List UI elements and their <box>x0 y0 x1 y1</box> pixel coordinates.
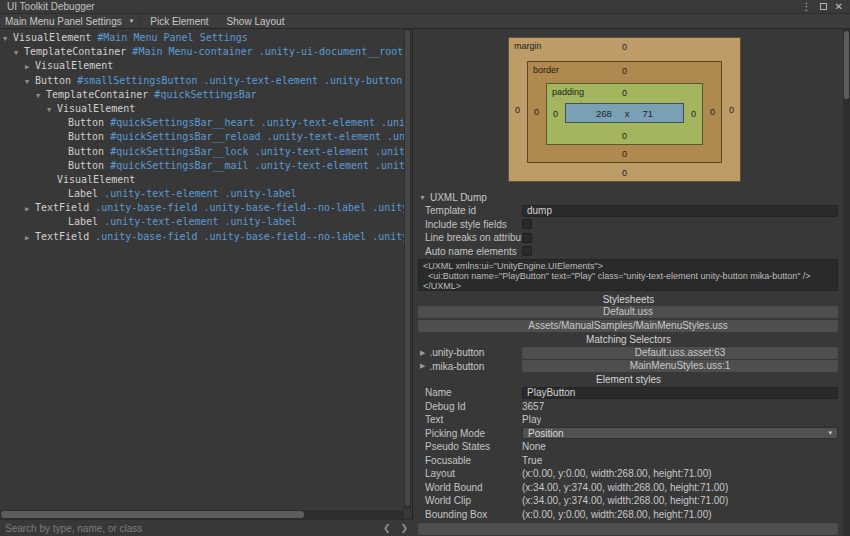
field-label: Auto name elements <box>414 246 522 257</box>
chevron-down-icon: ▾ <box>828 429 832 437</box>
border-left-value: 0 <box>534 107 539 117</box>
tree-row[interactable]: Label.unity-text-element .unity-label <box>0 215 404 229</box>
tree-element-classes: .unity-text-element .unity-button .quick… <box>261 117 404 128</box>
selector-source[interactable]: Default.uss.asset:63 <box>522 347 838 359</box>
style-value: (x:34.00, y:374.00, width:268.00, height… <box>522 482 728 493</box>
selector-source[interactable]: MainMenuStyles.uss:1 <box>522 360 838 372</box>
stylesheet-item[interactable]: Assets/ManualSamples/MainMenuStyles.uss <box>418 320 838 332</box>
line-breaks-on-attributes-checkbox[interactable] <box>522 233 532 243</box>
content-height-value: 71 <box>643 108 654 119</box>
stylesheet-list: Default.ussAssets/ManualSamples/MainMenu… <box>414 306 843 332</box>
search-next-icon[interactable]: ❯ <box>395 523 413 533</box>
tree-element-classes: .unity-ui-document__root <box>259 46 404 57</box>
collapse-arrow-icon[interactable]: ▼ <box>36 89 46 102</box>
matching-selectors-header: Matching Selectors <box>414 333 843 346</box>
tree-row[interactable]: ▼TemplateContainer#quickSettingsBar <box>0 88 404 102</box>
tree-element-type: TextField <box>35 231 89 242</box>
tree-row[interactable]: VisualElement <box>0 173 404 187</box>
tree-element-type: VisualElement <box>35 60 113 71</box>
tree-row[interactable]: ▼VisualElement <box>0 102 404 116</box>
tree-row[interactable]: ▶TextField.unity-base-field .unity-base-… <box>0 230 404 244</box>
collapse-arrow-icon[interactable]: ▼ <box>47 103 57 116</box>
stylesheets-header: Stylesheets <box>414 293 843 306</box>
picking-mode-dropdown[interactable]: Position▾ <box>522 427 838 439</box>
element-styles-header: Element styles <box>414 373 843 386</box>
inspector-vertical-scrollbar[interactable] <box>843 29 850 536</box>
uxml-dump-code[interactable]: <UXML xmlns:ui="UnityEngine.UIElements">… <box>418 259 838 291</box>
name-input[interactable]: PlayButton <box>522 387 838 399</box>
stylesheet-item[interactable]: Default.uss <box>418 306 838 318</box>
show-layout-button[interactable]: Show Layout <box>218 14 294 28</box>
tree-element-type: VisualElement <box>13 32 91 43</box>
element-style-row: Pseudo StatesNone <box>414 440 843 454</box>
tree-element-classes: .unity-text-element .unity-button .quick… <box>255 160 404 171</box>
auto-name-elements-checkbox[interactable] <box>522 246 532 256</box>
tree-row[interactable]: Button#quickSettingsBar__lock.unity-text… <box>0 145 404 159</box>
tree-element-type: VisualElement <box>57 174 135 185</box>
style-label: Name <box>414 387 522 398</box>
element-style-row: Picking ModePosition▾ <box>414 427 843 441</box>
style-value: True <box>522 455 542 466</box>
style-value: Play <box>522 414 541 425</box>
chevron-down-icon: ▾ <box>130 17 134 25</box>
box-model-section: margin 0 0 0 0 border 0 0 0 0 padding 0 … <box>414 29 843 190</box>
tree-element-type: Label <box>68 188 98 199</box>
window-menu-icon[interactable]: ⋮ <box>802 1 812 12</box>
scrollbar-thumb[interactable] <box>844 31 849 99</box>
foldout-expanded-icon: ▼ <box>419 194 426 201</box>
uxml-field-row: Line breaks on attributes <box>414 231 843 245</box>
style-value: 3657 <box>522 401 544 412</box>
style-value: (x:0.00, y:0.00, width:268.00, height:71… <box>522 509 712 520</box>
tree-element-name: #smallSettingsButton <box>77 75 197 86</box>
search-input[interactable] <box>0 523 378 534</box>
field-label: Template id <box>414 205 522 216</box>
tree-row[interactable]: ▼Button#smallSettingsButton.unity-text-e… <box>0 74 404 88</box>
tree-row[interactable]: Button#quickSettingsBar__heart.unity-tex… <box>0 116 404 130</box>
expand-arrow-icon[interactable]: ▶ <box>25 202 35 215</box>
search-prev-icon[interactable]: ❮ <box>378 523 396 533</box>
element-style-row: TextPlay <box>414 413 843 427</box>
tree-element-type: TextField <box>35 202 89 213</box>
tree-element-type: Button <box>35 75 71 86</box>
matching-selector-row: ▶.unity-buttonDefault.uss.asset:63 <box>414 346 843 360</box>
expand-arrow-icon[interactable]: ▶ <box>25 231 35 244</box>
include-style-fields-checkbox[interactable] <box>522 219 532 229</box>
uxml-dump-title: UXML Dump <box>430 192 487 203</box>
tree-row[interactable]: ▼TemplateContainer#Main Menu-container.u… <box>0 45 404 59</box>
window-maximize-icon[interactable] <box>820 3 827 10</box>
tree-element-classes: .unity-text-element .unity-button .quick… <box>267 131 404 142</box>
scrollbar-thumb[interactable] <box>1 511 304 518</box>
tree-horizontal-scrollbar[interactable] <box>0 510 404 519</box>
tree-row[interactable]: Label.unity-text-element .unity-label <box>0 187 404 201</box>
expand-arrow-icon[interactable]: ▶ <box>25 60 35 73</box>
collapse-arrow-icon[interactable]: ▼ <box>3 32 13 45</box>
collapse-arrow-icon[interactable]: ▼ <box>25 75 35 88</box>
clipped-row[interactable] <box>418 523 838 535</box>
element-style-row: Layout(x:0.00, y:0.00, width:268.00, hei… <box>414 467 843 481</box>
tree-row[interactable]: ▼VisualElement#Main Menu Panel Settings <box>0 31 404 45</box>
collapse-arrow-icon[interactable]: ▼ <box>14 46 24 59</box>
style-label: Layout <box>414 468 522 479</box>
pick-element-button[interactable]: Pick Element <box>141 14 217 28</box>
expand-arrow-icon[interactable]: ▶ <box>420 349 425 357</box>
selector-name: ▶.unity-button <box>414 347 522 358</box>
tree-row[interactable]: Button#quickSettingsBar__mail.unity-text… <box>0 159 404 173</box>
style-label: World Bound <box>414 482 522 493</box>
window-close-icon[interactable]: ✕ <box>835 1 843 12</box>
tree-row[interactable]: ▶TextField.unity-base-field .unity-base-… <box>0 201 404 215</box>
element-style-row: FocusableTrue <box>414 454 843 468</box>
panel-picker-label: Main Menu Panel Settings <box>5 16 122 27</box>
template-id-input[interactable]: dump <box>522 205 838 217</box>
scrollbar-thumb[interactable] <box>405 30 410 506</box>
tree-row[interactable]: ▶VisualElement <box>0 59 404 73</box>
margin-right-value: 0 <box>729 105 734 115</box>
tree-vertical-scrollbar[interactable] <box>404 29 411 509</box>
panel-picker-dropdown[interactable]: Main Menu Panel Settings ▾ <box>0 14 141 28</box>
dropdown-value: Position <box>528 428 564 439</box>
tree-row[interactable]: Button#quickSettingsBar__reload.unity-te… <box>0 130 404 144</box>
expand-arrow-icon[interactable]: ▶ <box>420 362 425 370</box>
tree-element-classes: .unity-text-element .unity-button .quick… <box>255 146 404 157</box>
uxml-dump-foldout[interactable]: ▼ UXML Dump <box>414 190 843 204</box>
hierarchy-panel: ▼VisualElement#Main Menu Panel Settings▼… <box>0 29 413 536</box>
tree-element-classes: .unity-text-element .unity-button .quick… <box>204 75 404 86</box>
